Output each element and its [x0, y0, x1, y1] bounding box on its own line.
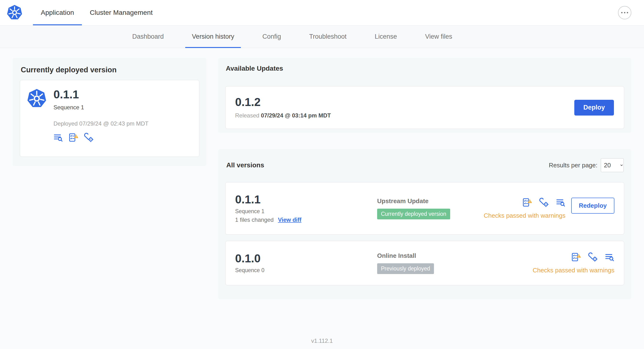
version-icons-column: Checks passed with warnings: [484, 198, 566, 220]
nav-dashboard[interactable]: Dashboard: [126, 26, 170, 48]
version-source: Online Install: [377, 252, 533, 260]
available-updates-title: Available Updates: [226, 65, 624, 72]
release-notes-icon[interactable]: [556, 198, 566, 207]
more-menu-button[interactable]: [618, 6, 631, 19]
version-icons: [522, 198, 566, 207]
version-number: 0.1.1: [235, 194, 377, 205]
version-info: 0.1.1 Sequence 1 1 files changed View di…: [235, 194, 377, 223]
nav-config[interactable]: Config: [256, 26, 288, 48]
tab-application[interactable]: Application: [33, 0, 82, 25]
released-date: 07/29/24 @ 03:14 pm MDT: [261, 112, 331, 119]
version-source: Upstream Update: [377, 198, 484, 205]
console-version: v1.112.1: [311, 338, 333, 344]
results-per-page-select[interactable]: 20: [601, 158, 624, 172]
ellipsis-icon: [621, 11, 628, 14]
previously-deployed-badge: Previously deployed: [377, 263, 434, 274]
nav-version-history[interactable]: Version history: [185, 26, 241, 48]
edit-config-icon[interactable]: [539, 198, 549, 207]
current-version-deployed-date: Deployed 07/29/24 @ 02:43 pm MDT: [54, 120, 148, 127]
deploy-button[interactable]: Deploy: [574, 100, 614, 116]
app-footer: v1.112.1: [0, 338, 644, 344]
version-icons: [572, 252, 614, 262]
currently-deployed-card: Currently deployed version 0.1.1 Sequenc…: [13, 58, 206, 166]
checks-status-text: Checks passed with warnings: [484, 212, 566, 220]
all-versions-title: All versions: [226, 161, 264, 169]
version-actions: Checks passed with warnings Redeploy: [484, 198, 614, 220]
available-update-released: Released 07/29/24 @ 03:14 pm MDT: [235, 112, 331, 119]
version-source-block: Online Install Previously deployed: [377, 252, 533, 274]
edit-config-icon[interactable]: [588, 252, 598, 262]
version-source-block: Upstream Update Currently deployed versi…: [377, 198, 484, 220]
results-per-page-label: Results per page:: [549, 162, 598, 169]
currently-deployed-title: Currently deployed version: [21, 66, 199, 74]
current-version-panel: 0.1.1 Sequence 1 Deployed 07/29/24 @ 02:…: [20, 80, 199, 157]
nav-view-files[interactable]: View files: [418, 26, 459, 48]
tab-cluster-management-label: Cluster Management: [90, 9, 153, 16]
checks-status-text: Checks passed with warnings: [533, 267, 615, 274]
available-update-version: 0.1.2: [235, 96, 331, 108]
nav-troubleshoot[interactable]: Troubleshoot: [302, 26, 353, 48]
edit-config-icon[interactable]: [84, 133, 94, 142]
preflight-checks-warning-icon[interactable]: [572, 252, 581, 262]
version-info: 0.1.0 Sequence 0: [235, 253, 377, 274]
release-notes-icon[interactable]: [54, 133, 63, 142]
tab-cluster-management[interactable]: Cluster Management: [82, 0, 161, 25]
kubernetes-logo-icon: [7, 5, 22, 20]
all-versions-header: All versions Results per page: 20: [225, 158, 624, 172]
current-version-details: 0.1.1 Sequence 1 Deployed 07/29/24 @ 02:…: [54, 89, 148, 148]
preflight-checks-warning-icon[interactable]: [522, 198, 532, 207]
current-version-sequence: Sequence 1: [54, 104, 148, 111]
version-icons-column: Checks passed with warnings: [533, 252, 615, 274]
version-sequence: Sequence 1: [235, 208, 377, 214]
deployed-status-badge: Currently deployed version: [377, 209, 450, 220]
right-column: Available Updates 0.1.2 Released 07/29/2…: [218, 58, 631, 299]
redeploy-button[interactable]: Redeploy: [571, 198, 614, 214]
release-notes-icon[interactable]: [605, 252, 614, 262]
version-row-0-1-0: 0.1.0 Sequence 0 Online Install Previous…: [225, 241, 624, 285]
version-sequence: Sequence 0: [235, 267, 377, 274]
files-changed-label: 1 files changed: [235, 216, 274, 223]
released-label: Released: [235, 112, 259, 119]
files-changed-row: 1 files changed View diff: [235, 216, 377, 223]
available-update-row: 0.1.2 Released 07/29/24 @ 03:14 pm MDT D…: [225, 86, 624, 129]
current-version-actions: [54, 133, 148, 142]
main-content: Currently deployed version 0.1.1 Sequenc…: [0, 48, 644, 299]
version-row-0-1-1: 0.1.1 Sequence 1 1 files changed View di…: [225, 182, 624, 235]
available-updates-card: Available Updates 0.1.2 Released 07/29/2…: [218, 58, 631, 133]
current-version-number: 0.1.1: [54, 89, 148, 100]
results-per-page: Results per page: 20: [549, 158, 624, 172]
nav-license[interactable]: License: [368, 26, 404, 48]
top-header: Application Cluster Management: [0, 0, 644, 26]
version-actions: Checks passed with warnings: [533, 252, 615, 274]
secondary-nav: Dashboard Version history Config Trouble…: [0, 26, 644, 48]
top-tabs: Application Cluster Management: [33, 0, 161, 25]
version-number: 0.1.0: [235, 253, 377, 264]
all-versions-card: All versions Results per page: 20 0.1.1 …: [218, 149, 631, 299]
preflight-checks-warning-icon[interactable]: [69, 133, 78, 142]
available-update-info: 0.1.2 Released 07/29/24 @ 03:14 pm MDT: [235, 96, 331, 119]
tab-application-label: Application: [41, 9, 74, 16]
view-diff-link[interactable]: View diff: [278, 216, 301, 223]
app-page: Application Cluster Management Dashboard…: [0, 0, 644, 349]
kubernetes-icon: [27, 89, 46, 108]
